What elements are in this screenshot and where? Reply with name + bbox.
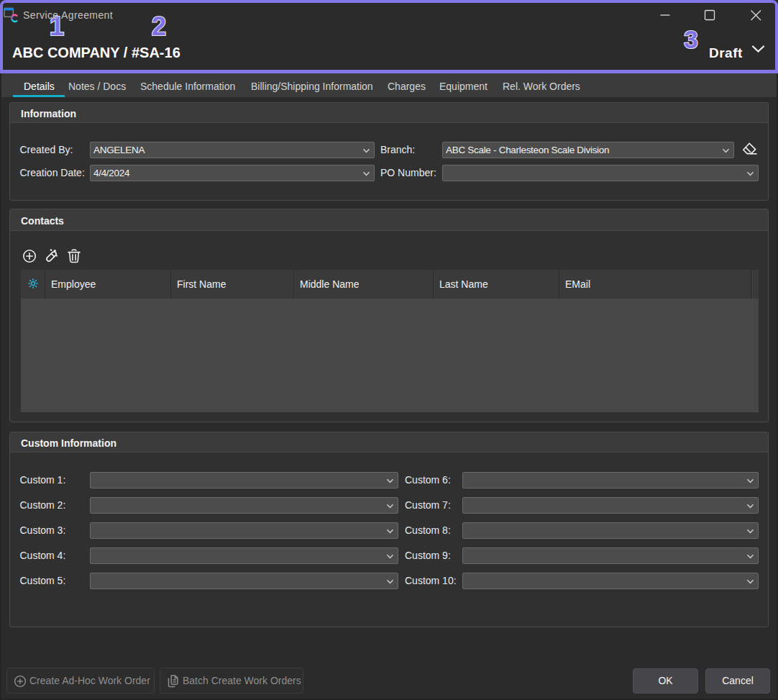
svg-text:2: 2 <box>152 12 166 41</box>
svg-text:3: 3 <box>684 25 697 53</box>
